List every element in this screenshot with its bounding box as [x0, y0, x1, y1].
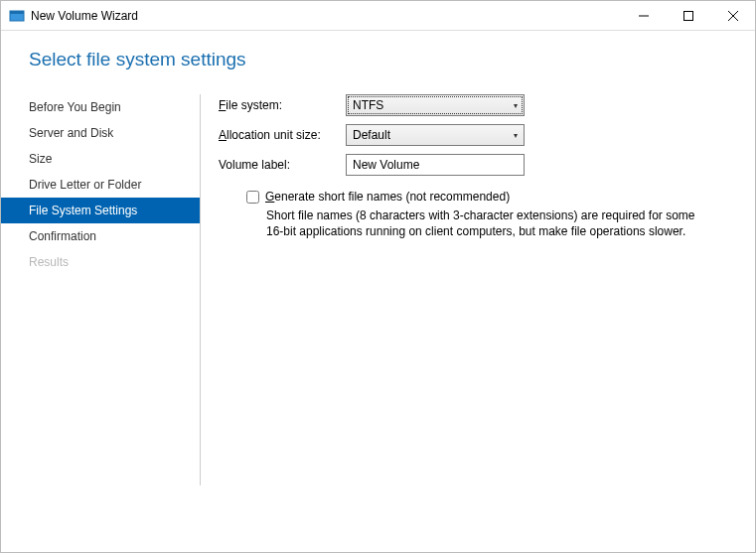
window-title: New Volume Wizard	[31, 9, 621, 23]
form-pane: File system: NTFS ▾ Allocation unit size…	[201, 80, 755, 552]
file-system-row: File system: NTFS ▾	[219, 94, 735, 116]
wizard-nav: Before You BeginServer and DiskSizeDrive…	[1, 80, 200, 552]
volume-label-input[interactable]	[353, 158, 518, 172]
file-system-dropdown[interactable]: NTFS ▾	[346, 94, 525, 116]
allocation-value: Default	[353, 128, 390, 142]
volume-label-row: Volume label:	[219, 154, 735, 176]
nav-item-server-and-disk[interactable]: Server and Disk	[1, 120, 200, 146]
short-names-row: Generate short file names (not recommend…	[246, 190, 735, 204]
file-system-label: File system:	[219, 98, 346, 112]
nav-item-confirmation[interactable]: Confirmation	[1, 223, 200, 249]
volume-label-input-wrap[interactable]	[346, 154, 525, 176]
page-heading: Select file system settings	[29, 49, 755, 70]
volume-label-label: Volume label:	[219, 158, 346, 172]
content-area: Before You BeginServer and DiskSizeDrive…	[1, 80, 755, 552]
short-names-checkbox[interactable]	[246, 191, 259, 204]
title-bar: New Volume Wizard	[1, 1, 755, 31]
allocation-label: Allocation unit size:	[219, 128, 346, 142]
nav-item-before-you-begin[interactable]: Before You Begin	[1, 94, 200, 120]
svg-rect-1	[10, 11, 24, 14]
chevron-down-icon: ▾	[514, 101, 518, 110]
short-names-help: Short file names (8 characters with 3-ch…	[266, 207, 715, 239]
file-system-value: NTFS	[353, 98, 383, 112]
heading-row: Select file system settings	[1, 31, 755, 80]
nav-item-file-system-settings[interactable]: File System Settings	[1, 198, 200, 223]
nav-item-drive-letter-or-folder[interactable]: Drive Letter or Folder	[1, 172, 200, 198]
allocation-row: Allocation unit size: Default ▾	[219, 124, 735, 146]
svg-rect-3	[683, 11, 692, 20]
chevron-down-icon: ▾	[514, 131, 518, 140]
app-icon	[9, 8, 25, 24]
nav-item-results: Results	[1, 249, 200, 275]
maximize-button[interactable]	[666, 1, 710, 30]
close-button[interactable]	[710, 1, 755, 30]
short-names-label: Generate short file names (not recommend…	[265, 190, 510, 204]
minimize-button[interactable]	[621, 1, 666, 30]
nav-item-size[interactable]: Size	[1, 146, 200, 172]
allocation-dropdown[interactable]: Default ▾	[346, 124, 525, 146]
window-controls	[621, 1, 755, 30]
